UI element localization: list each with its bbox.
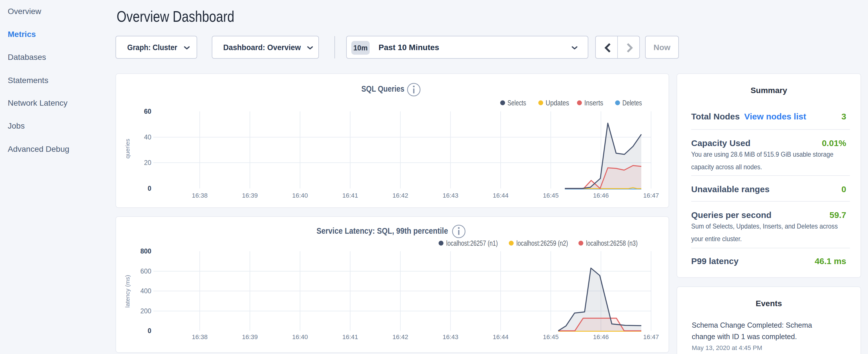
- svg-text:16:40: 16:40: [292, 192, 308, 199]
- svg-text:localhost:26258 (n3): localhost:26258 (n3): [586, 239, 638, 247]
- svg-text:16:45: 16:45: [543, 333, 559, 341]
- svg-text:SQL Queries: SQL Queries: [361, 84, 404, 93]
- svg-text:16:38: 16:38: [192, 333, 208, 341]
- svg-text:40: 40: [144, 133, 151, 141]
- svg-text:Inserts: Inserts: [584, 99, 603, 107]
- svg-text:200: 200: [141, 307, 151, 315]
- svg-text:400: 400: [141, 287, 151, 295]
- svg-text:16:43: 16:43: [442, 192, 458, 199]
- svg-text:16:47: 16:47: [643, 333, 659, 341]
- svg-text:16:42: 16:42: [392, 192, 408, 199]
- svg-text:0: 0: [148, 327, 151, 334]
- svg-text:16:42: 16:42: [392, 333, 408, 341]
- svg-text:localhost:26257 (n1): localhost:26257 (n1): [446, 239, 498, 247]
- svg-text:16:46: 16:46: [593, 333, 609, 341]
- svg-text:localhost:26259 (n2): localhost:26259 (n2): [517, 239, 568, 247]
- svg-text:16:46: 16:46: [593, 192, 609, 199]
- svg-text:Service Latency: SQL, 99th per: Service Latency: SQL, 99th percentile: [317, 226, 448, 235]
- svg-text:16:41: 16:41: [342, 192, 358, 199]
- svg-text:16:44: 16:44: [493, 192, 508, 199]
- svg-text:16:44: 16:44: [493, 333, 508, 341]
- svg-text:16:47: 16:47: [643, 192, 659, 199]
- svg-text:Selects: Selects: [507, 99, 526, 107]
- svg-text:20: 20: [144, 159, 151, 166]
- svg-text:16:40: 16:40: [292, 333, 308, 341]
- svg-text:16:38: 16:38: [192, 192, 208, 199]
- svg-text:16:41: 16:41: [342, 333, 358, 341]
- svg-text:latency (ms): latency (ms): [124, 275, 131, 308]
- svg-text:0: 0: [148, 185, 151, 192]
- svg-text:60: 60: [144, 108, 151, 115]
- svg-text:Deletes: Deletes: [622, 99, 642, 107]
- svg-text:600: 600: [141, 267, 151, 275]
- svg-text:16:39: 16:39: [242, 192, 258, 199]
- svg-text:800: 800: [141, 248, 151, 255]
- svg-text:queries: queries: [124, 139, 131, 159]
- svg-text:16:45: 16:45: [543, 192, 559, 199]
- svg-text:16:39: 16:39: [242, 333, 258, 341]
- svg-text:16:43: 16:43: [442, 333, 458, 341]
- svg-text:Updates: Updates: [546, 99, 569, 107]
